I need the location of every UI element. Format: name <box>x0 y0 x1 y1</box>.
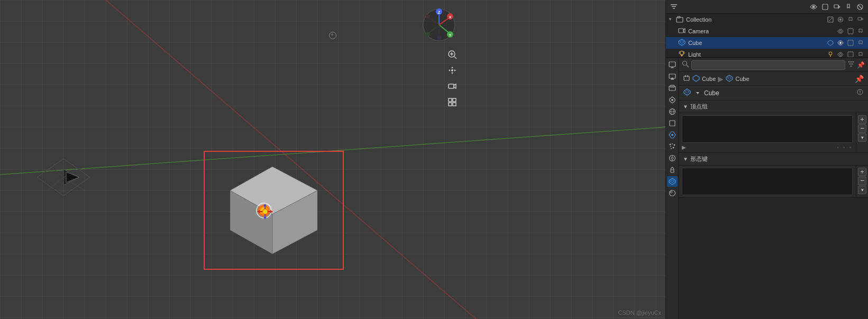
prop-constraints-icon[interactable] <box>667 165 678 175</box>
svg-point-17 <box>262 209 268 214</box>
main-layout: Z Y X <box>0 0 868 319</box>
view-center-indicator <box>329 32 336 39</box>
prop-scene-icon[interactable] <box>667 95 678 105</box>
prop-physics-icon[interactable] <box>667 153 678 163</box>
shape-keys-label: 形态键 <box>690 155 708 163</box>
outliner-item-camera[interactable]: Camera <box>666 25 868 37</box>
prop-viewlayer-icon[interactable] <box>667 83 678 94</box>
outliner-col-render[interactable] <box>832 2 842 12</box>
outliner-col-visibility[interactable] <box>809 2 818 12</box>
svg-line-4 <box>48 164 63 177</box>
svg-point-46 <box>451 69 453 71</box>
svg-rect-89 <box>848 52 853 57</box>
light-render[interactable] <box>856 50 865 58</box>
svg-rect-49 <box>449 98 452 102</box>
cube-icons <box>826 39 865 47</box>
prop-particles-icon[interactable] <box>667 141 678 152</box>
outliner-filter-btn[interactable] <box>669 2 679 12</box>
pin-icon[interactable]: 📌 <box>857 61 865 69</box>
cam-render[interactable] <box>856 27 865 35</box>
cube-sel[interactable] <box>846 39 855 47</box>
camera-icon <box>678 27 686 36</box>
svg-point-98 <box>671 99 673 101</box>
breadcrumb-pin-btn[interactable]: 📌 <box>855 75 864 83</box>
cube-mesh-icon[interactable] <box>826 39 835 47</box>
outliner-item-cube[interactable]: Cube <box>666 37 868 49</box>
svg-marker-132 <box>696 92 699 94</box>
zoom-tool[interactable] <box>445 48 459 61</box>
svg-point-88 <box>839 53 842 56</box>
svg-line-85 <box>684 51 685 52</box>
prop-world-icon[interactable] <box>667 106 678 117</box>
outliner-item-collection[interactable]: ▼ Collection <box>666 14 868 25</box>
properties-search-input[interactable] <box>691 60 845 70</box>
remove-vertex-group-btn[interactable]: − <box>858 124 866 133</box>
outliner-col-hold[interactable] <box>844 2 853 12</box>
svg-point-77 <box>839 42 842 44</box>
remove-shape-key-btn[interactable]: − <box>858 177 866 185</box>
cam-sel[interactable] <box>846 27 855 35</box>
col-render[interactable] <box>856 15 865 24</box>
collection-label: Collection <box>686 16 711 23</box>
prop-render-icon[interactable] <box>667 60 678 70</box>
prop-output-icon[interactable] <box>667 71 678 82</box>
add-vertex-group-btn[interactable]: + <box>858 115 866 124</box>
svg-rect-68 <box>858 17 862 20</box>
camera-view-tool[interactable] <box>445 79 459 93</box>
cam-vis[interactable] <box>836 27 845 35</box>
light-label: Light <box>688 51 701 58</box>
outliner: ▼ Collection <box>666 0 868 58</box>
cube-vis[interactable] <box>836 39 845 47</box>
svg-rect-124 <box>684 76 689 80</box>
viewport-3d[interactable]: Z Y X <box>0 0 665 319</box>
svg-rect-51 <box>449 103 452 106</box>
svg-rect-57 <box>823 4 828 10</box>
breadcrumb-filter-icon[interactable] <box>683 75 690 83</box>
svg-marker-75 <box>680 41 684 43</box>
vertex-groups-section-header[interactable]: ▼ 顶点组 <box>679 101 868 113</box>
pan-tool[interactable] <box>445 63 459 77</box>
col-select[interactable] <box>836 15 845 24</box>
light-sel[interactable] <box>846 50 855 58</box>
navigation-gizmo[interactable]: Z Y X <box>422 8 456 42</box>
add-shape-key-btn[interactable]: + <box>858 168 866 176</box>
prop-modifier-icon[interactable] <box>667 130 678 140</box>
prop-object-icon[interactable] <box>667 118 678 129</box>
svg-marker-71 <box>683 29 685 33</box>
svg-point-107 <box>670 146 671 147</box>
vertex-groups-content: ▶ • • • + − ▾ <box>679 113 868 153</box>
outliner-top-bar <box>666 0 868 14</box>
light-vis[interactable] <box>836 50 845 58</box>
outliner-col-disable[interactable] <box>855 2 865 12</box>
light-point-icon[interactable] <box>826 50 835 58</box>
svg-rect-90 <box>669 62 675 67</box>
mesh-type-dropdown[interactable] <box>695 90 701 96</box>
col-viewport-vis[interactable] <box>826 15 835 24</box>
search-filter-icon[interactable] <box>847 60 855 69</box>
svg-rect-50 <box>453 98 456 102</box>
outliner-col-select[interactable] <box>820 2 830 12</box>
mesh-section-icon <box>683 88 691 98</box>
shape-keys-section-header[interactable]: ▼ 形态键 <box>679 153 868 166</box>
breadcrumb-mesh-icon <box>692 75 700 83</box>
outliner-item-light[interactable]: Light <box>666 49 868 58</box>
grid-tool[interactable] <box>445 95 459 109</box>
shape-key-more-btn[interactable]: ▾ <box>858 186 866 194</box>
vgroup-expand-arrow[interactable]: ▶ <box>682 144 686 150</box>
svg-point-56 <box>812 5 815 8</box>
col-exclude[interactable] <box>846 15 855 24</box>
svg-line-8 <box>37 159 63 177</box>
breadcrumb-separator: ▶ <box>718 75 724 83</box>
prop-data-icon[interactable] <box>667 176 678 187</box>
svg-rect-73 <box>848 29 853 34</box>
svg-text:Y: Y <box>449 33 452 38</box>
right-panel: ▼ Collection <box>665 0 868 319</box>
vertex-group-more-btn[interactable]: ▾ <box>858 133 866 142</box>
cube-render[interactable] <box>856 39 865 47</box>
svg-marker-76 <box>828 40 833 45</box>
viewport-tools <box>445 48 459 109</box>
prop-material-icon[interactable] <box>667 188 678 198</box>
camera-object <box>32 153 100 212</box>
vertex-groups-list-area: ▶ • • • <box>679 113 856 152</box>
svg-marker-74 <box>679 39 685 45</box>
